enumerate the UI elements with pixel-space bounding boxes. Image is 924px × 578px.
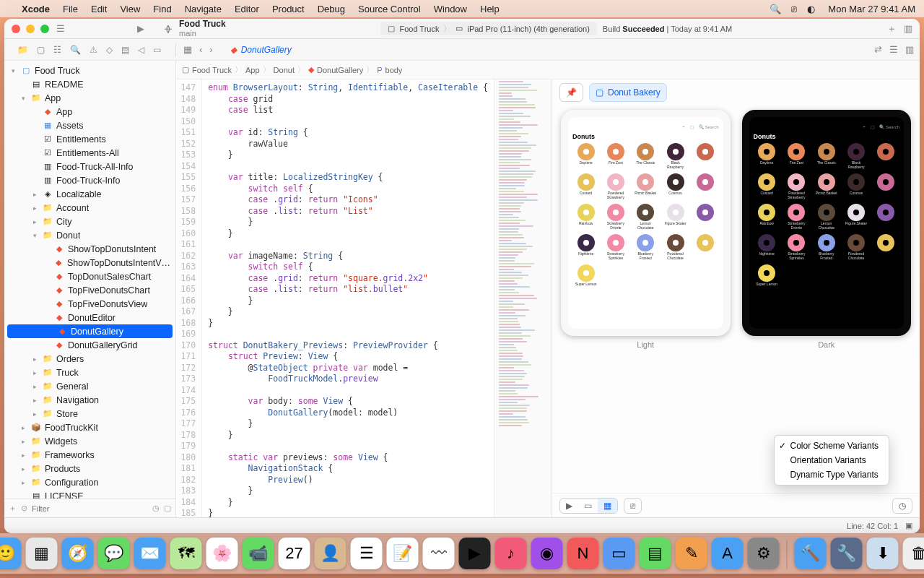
- variant-dynamic-type-variants[interactable]: Dynamic Type Variants: [775, 467, 889, 482]
- tree-item-topfivedonutsview[interactable]: ◆TopFiveDonutsView: [4, 297, 175, 311]
- dock-reminders[interactable]: ☰: [351, 538, 383, 569]
- donut-custard[interactable]: Custard: [754, 173, 780, 199]
- tree-item-store[interactable]: ▸📁Store: [4, 407, 175, 420]
- donut-cosmos[interactable]: Cosmos: [842, 173, 869, 199]
- tree-item-topdonutsaleschart[interactable]: ◆TopDonutSalesChart: [4, 269, 175, 283]
- donut-strawberry-drizzle[interactable]: Strawberry Drizzle: [783, 204, 810, 230]
- nav-debug-icon[interactable]: ▤: [121, 45, 129, 55]
- zoom-button[interactable]: [40, 25, 49, 33]
- donut-daytime[interactable]: Daytime: [754, 143, 780, 169]
- menu-navigate[interactable]: Navigate: [185, 4, 222, 14]
- back-button[interactable]: ‹: [199, 44, 202, 55]
- tree-item-readme[interactable]: ▤README: [4, 77, 175, 91]
- nav-find-icon[interactable]: 🔍: [70, 45, 81, 55]
- tree-item-food-truck-info[interactable]: ▥Food-Truck-Info: [4, 173, 175, 187]
- donut-black-raspberry[interactable]: Black Raspberry: [842, 143, 869, 169]
- dock-safari[interactable]: 🧭: [62, 538, 94, 569]
- tree-item-showtopdonutsintent[interactable]: ◆ShowTopDonutsIntent: [4, 242, 175, 256]
- tree-item-account[interactable]: ▸📁Account: [4, 201, 175, 215]
- jump-bar[interactable]: ▢ Food Truck〉 App〉 Donut〉 ◆ DonutGallery…: [176, 61, 920, 79]
- dock-tv[interactable]: ▶: [459, 538, 491, 569]
- menu-file[interactable]: File: [63, 4, 78, 14]
- dock-finder[interactable]: 🙂: [0, 538, 22, 569]
- variant-orientation-variants[interactable]: Orientation Variants: [775, 453, 889, 467]
- nav-project-icon[interactable]: 📁: [17, 45, 28, 55]
- live-mode-icon[interactable]: ▶: [560, 499, 578, 513]
- tree-item-configuration[interactable]: ▸📁Configuration: [4, 475, 175, 489]
- tree-item-showtopdonutsintentview[interactable]: ◆ShowTopDonutsIntentView: [4, 256, 175, 269]
- dock-xcode2[interactable]: 🔧: [831, 538, 863, 569]
- dock-launchpad[interactable]: ▦: [26, 538, 58, 569]
- scheme-selector[interactable]: ▢ Food Truck 〉 ▭ iPad Pro (11-inch) (4th…: [380, 22, 596, 35]
- dock-mail[interactable]: ✉️: [134, 538, 166, 569]
- crumb[interactable]: Food Truck: [192, 66, 232, 74]
- preview-selector[interactable]: ▢ Donut Bakery: [589, 83, 667, 102]
- donut-item[interactable]: [692, 234, 718, 260]
- donut-item[interactable]: [873, 204, 899, 230]
- menu-source-control[interactable]: Source Control: [358, 4, 421, 14]
- donut-picnic-basket[interactable]: Picnic Basket: [632, 173, 659, 199]
- preview-config-button[interactable]: ◷: [892, 498, 912, 514]
- run-button[interactable]: ▶: [137, 23, 144, 34]
- tree-item-food-truck[interactable]: ▾▢Food Truck: [4, 64, 175, 77]
- dock-appstore[interactable]: A: [712, 538, 744, 569]
- nav-issues-icon[interactable]: ⚠: [90, 45, 97, 55]
- donut-figure-skater[interactable]: Figure Skater: [842, 204, 869, 230]
- donut-powdered-strawberry[interactable]: Powdered Strawberry: [602, 173, 629, 199]
- dock-numbers[interactable]: ▤: [640, 538, 671, 569]
- dock-messages[interactable]: 💬: [98, 538, 130, 569]
- menu-view[interactable]: View: [120, 4, 140, 14]
- donut-the-classic[interactable]: The Classic: [632, 143, 659, 169]
- add-file-icon[interactable]: ＋: [9, 503, 17, 514]
- donut-powdered-chocolate[interactable]: Powdered Chocolate: [842, 234, 869, 260]
- tree-item-donutgallerygrid[interactable]: ◆DonutGalleryGrid: [4, 338, 175, 352]
- control-center-icon[interactable]: ⎚: [791, 4, 797, 14]
- app-menu[interactable]: Xcode: [22, 4, 50, 14]
- tree-item-truck[interactable]: ▸📁Truck: [4, 366, 175, 379]
- tree-item-products[interactable]: ▸📁Products: [4, 462, 175, 475]
- tree-item-topfivedonutschart[interactable]: ◆TopFiveDonutsChart: [4, 283, 175, 297]
- crumb[interactable]: Donut: [274, 66, 295, 74]
- tree-item-widgets[interactable]: ▸📁Widgets: [4, 434, 175, 448]
- tree-item-assets[interactable]: ▦Assets: [4, 118, 175, 132]
- donut-custard[interactable]: Custard: [572, 173, 599, 199]
- donut-item[interactable]: [692, 143, 718, 169]
- dock-contacts[interactable]: 👤: [315, 538, 346, 569]
- donut-rainbow[interactable]: Rainbow: [572, 204, 599, 230]
- donut-black-raspberry[interactable]: Black Raspberry: [662, 143, 689, 169]
- nav-breakpoints-icon[interactable]: ◁: [138, 45, 144, 55]
- spotlight-icon[interactable]: 🔍: [770, 4, 781, 14]
- pin-preview-button[interactable]: 📌: [559, 83, 583, 102]
- sidebar-toggle-icon[interactable]: ☰: [56, 23, 65, 34]
- tree-item-donut[interactable]: ▾📁Donut: [4, 228, 175, 242]
- device-settings-button[interactable]: ⎚: [624, 498, 642, 514]
- donut-strawberry-sprinkles[interactable]: Strawberry Sprinkles: [783, 234, 810, 260]
- add-button[interactable]: ＋: [887, 22, 897, 35]
- filter-input[interactable]: [32, 504, 148, 513]
- scm-filter-icon[interactable]: ▢: [164, 504, 171, 513]
- tree-item-donuteditor[interactable]: ◆DonutEditor: [4, 311, 175, 324]
- nav-sourcecontrol-icon[interactable]: ▢: [37, 45, 45, 55]
- donut-powdered-chocolate[interactable]: Powdered Chocolate: [662, 234, 689, 260]
- crumb[interactable]: DonutGallery: [317, 66, 363, 74]
- tree-item-app[interactable]: ◆App: [4, 105, 175, 118]
- menu-find[interactable]: Find: [153, 4, 171, 14]
- variant-color-scheme-variants[interactable]: Color Scheme Variants: [775, 439, 889, 453]
- dock-xcode[interactable]: 🔨: [795, 538, 827, 569]
- donut-item[interactable]: [873, 143, 899, 169]
- dock-settings[interactable]: ⚙: [748, 538, 780, 569]
- library-button[interactable]: ▥: [904, 23, 912, 34]
- code-content[interactable]: enum BrowserLayout: String, Identifiable…: [202, 79, 494, 517]
- tree-item-orders[interactable]: ▸📁Orders: [4, 352, 175, 366]
- donut-powdered-strawberry[interactable]: Powdered Strawberry: [783, 173, 810, 199]
- donut-picnic-basket[interactable]: Picnic Basket: [813, 173, 840, 199]
- tree-item-app[interactable]: ▾📁App: [4, 91, 175, 105]
- add-editor-icon[interactable]: ▥: [905, 44, 914, 55]
- menu-help[interactable]: Help: [480, 4, 500, 14]
- donut-rainbow[interactable]: Rainbow: [754, 204, 780, 230]
- donut-lemon-chocolate[interactable]: Lemon Chocolate: [632, 204, 659, 230]
- dock-calendar[interactable]: 27: [279, 538, 310, 569]
- dock-podcasts[interactable]: ◉: [531, 538, 563, 569]
- dock-music[interactable]: ♪: [495, 538, 527, 569]
- tree-item-foodtruckkit[interactable]: ▸📦FoodTruckKit: [4, 420, 175, 434]
